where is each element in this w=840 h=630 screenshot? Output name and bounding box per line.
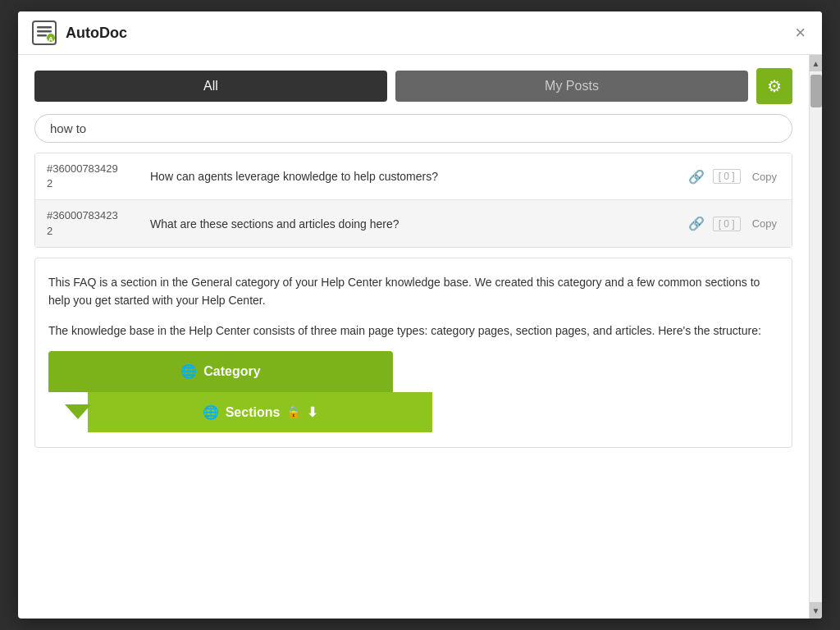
content-area: All My Posts ⚙ #360007834292 How can age… — [18, 55, 809, 619]
svg-rect-1 — [37, 26, 52, 29]
scroll-down-icon: ▼ — [812, 606, 820, 615]
table-row: #360007834292 How can agents leverage kn… — [35, 153, 792, 200]
scrollbar-up-button[interactable]: ▲ — [810, 55, 822, 71]
description-panel: This FAQ is a section in the General cat… — [34, 258, 792, 448]
diagram-category: 🌐 Category — [48, 351, 393, 392]
modal-body: All My Posts ⚙ #360007834292 How can age… — [18, 55, 822, 619]
tab-my-posts[interactable]: My Posts — [395, 71, 748, 102]
modal-title: AutoDoc — [66, 25, 127, 42]
counter-badge-1: [ 0 ] — [713, 169, 741, 184]
sections-label: Sections — [226, 402, 281, 423]
result-id-1: #360007834292 — [47, 162, 137, 191]
svg-rect-3 — [37, 34, 47, 37]
diagram-arrow — [65, 404, 91, 419]
search-bar — [34, 114, 792, 143]
result-actions-2: 🔗 [ 0 ] Copy — [688, 216, 780, 231]
result-title-1: How can agents leverage knowledge to hel… — [150, 170, 675, 183]
scrollbar-track: ▲ ▼ — [809, 55, 822, 619]
modal-header: A AutoDoc × — [18, 11, 822, 55]
table-row: #360007834232 What are these sections an… — [35, 200, 792, 246]
tabs-row: All My Posts ⚙ — [34, 68, 792, 104]
scroll-up-icon: ▲ — [812, 59, 820, 68]
diagram-sections-row: 🌐 Sections 🔒 ⬇ — [88, 392, 432, 433]
description-para-1: This FAQ is a section in the General cat… — [48, 273, 778, 310]
lock-icon: 🔒 — [286, 403, 300, 421]
category-globe-icon: 🌐 — [180, 361, 197, 382]
svg-rect-2 — [37, 30, 52, 33]
autodoc-icon: A — [31, 20, 57, 46]
counter-badge-2: [ 0 ] — [713, 217, 741, 231]
copy-button-2[interactable]: Copy — [749, 216, 780, 231]
copy-button-1[interactable]: Copy — [749, 169, 780, 185]
settings-button[interactable]: ⚙ — [756, 68, 792, 104]
tab-all[interactable]: All — [34, 71, 387, 102]
description-para-2: The knowledge base in the Help Center co… — [48, 322, 778, 340]
result-actions-1: 🔗 [ 0 ] Copy — [688, 169, 780, 185]
results-table: #360007834292 How can agents leverage kn… — [34, 153, 792, 248]
result-id-2: #360007834232 — [47, 208, 137, 238]
sections-globe-icon: 🌐 — [203, 402, 219, 423]
category-label: Category — [203, 361, 260, 382]
modal-header-left: A AutoDoc — [31, 20, 127, 46]
svg-text:A: A — [48, 35, 53, 43]
link-icon-1[interactable]: 🔗 — [688, 169, 705, 185]
close-button[interactable]: × — [792, 24, 809, 42]
diagram-sections: 🌐 Sections 🔒 ⬇ — [88, 392, 432, 433]
search-input[interactable] — [50, 121, 777, 135]
scrollbar-down-button[interactable]: ▼ — [810, 602, 822, 619]
structure-diagram: 🌐 Category 🌐 Sections 🔒 ⬇ — [48, 351, 778, 432]
gear-icon: ⚙ — [767, 76, 782, 96]
link-icon-2[interactable]: 🔗 — [688, 216, 705, 231]
result-title-2: What are these sections and articles doi… — [150, 217, 675, 231]
scrollbar-thumb[interactable] — [810, 75, 822, 107]
sections-arrow-down-icon: ⬇ — [307, 402, 317, 423]
autodoc-modal: A AutoDoc × All My Posts ⚙ — [18, 11, 822, 619]
